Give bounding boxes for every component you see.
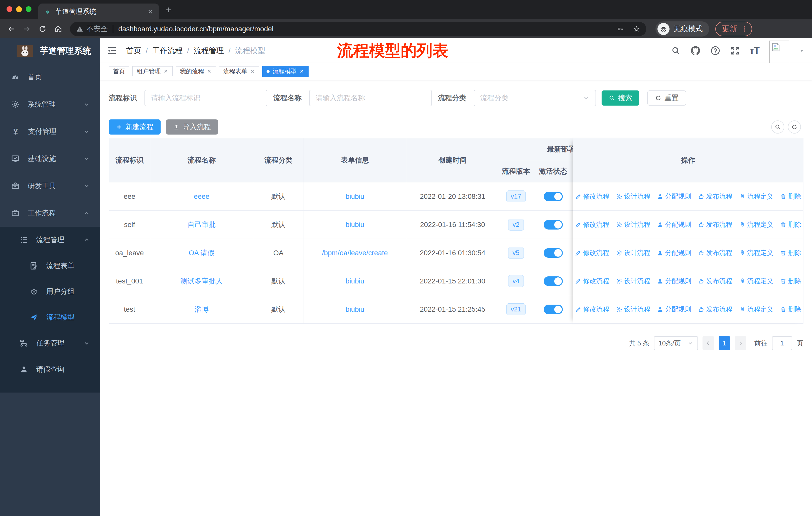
table-cell-form-link[interactable]: biubiu <box>304 183 406 210</box>
action-edit-link[interactable]: 修改流程 <box>575 248 609 257</box>
avatar-caret-icon[interactable] <box>799 48 805 53</box>
sidebar-item-task-mgmt[interactable]: 任务管理 <box>0 330 100 356</box>
sidebar-item-system[interactable]: 系统管理 <box>0 91 100 118</box>
github-icon[interactable] <box>690 45 701 56</box>
cell-form-link[interactable]: biubiu <box>346 277 365 285</box>
action-delete-link[interactable]: 删除 <box>780 248 802 257</box>
table-cell-name-link[interactable]: OA 请假 <box>150 239 253 267</box>
sidebar-item-leave-query[interactable]: 请假查询 <box>0 356 100 382</box>
tag-process-form[interactable]: 流程表单 <box>219 66 259 76</box>
action-edit-link[interactable]: 修改流程 <box>575 192 609 201</box>
import-process-button[interactable]: 导入流程 <box>166 119 218 135</box>
tag-close-icon[interactable] <box>250 69 255 74</box>
sidebar-item-payment[interactable]: ¥支付管理 <box>0 118 100 145</box>
active-status-toggle[interactable] <box>544 305 563 314</box>
tag-process-model[interactable]: 流程模型 <box>262 66 309 77</box>
table-cell-name-link[interactable]: eeee <box>150 183 253 210</box>
new-tab-button[interactable] <box>165 6 172 13</box>
action-edit-link[interactable]: 修改流程 <box>575 220 609 229</box>
action-delete-link[interactable]: 删除 <box>780 220 802 229</box>
tag-home[interactable]: 首页 <box>109 66 129 76</box>
action-assign-link[interactable]: 分配规则 <box>657 192 691 201</box>
table-cell-form-link[interactable]: /bpm/oa/leave/create <box>304 239 406 267</box>
table-cell-name-link[interactable]: 测试多审批人 <box>150 267 253 295</box>
table-cell-form-link[interactable]: biubiu <box>304 211 406 239</box>
tag-close-icon[interactable] <box>163 69 168 74</box>
password-key-icon[interactable] <box>617 25 624 33</box>
action-assign-link[interactable]: 分配规则 <box>657 277 691 286</box>
reload-icon[interactable] <box>38 25 47 33</box>
sidebar-item-devtools[interactable]: 研发工具 <box>0 172 100 199</box>
tag-my-process[interactable]: 我的流程 <box>176 66 216 76</box>
back-icon[interactable] <box>7 25 16 33</box>
action-edit-link[interactable]: 修改流程 <box>575 277 609 286</box>
search-button[interactable]: 搜索 <box>602 90 639 106</box>
action-delete-link[interactable]: 删除 <box>780 192 802 201</box>
cell-form-link[interactable]: /bpm/oa/leave/create <box>322 249 388 257</box>
table-cell-name-link[interactable]: 自己审批 <box>150 211 253 239</box>
cell-name-link[interactable]: 测试多审批人 <box>180 276 223 286</box>
refresh-table-button[interactable] <box>788 120 801 134</box>
breadcrumb-home[interactable]: 首页 <box>126 46 141 56</box>
action-definition-link[interactable]: 流程定义 <box>739 305 774 314</box>
window-close-button[interactable] <box>6 6 12 12</box>
action-delete-link[interactable]: 删除 <box>780 305 802 314</box>
breadcrumb-workflow[interactable]: 工作流程 <box>152 46 182 56</box>
action-definition-link[interactable]: 流程定义 <box>739 248 774 257</box>
cell-form-link[interactable]: biubiu <box>346 305 365 314</box>
app-logo-row[interactable]: 芋道管理系统 <box>0 38 100 63</box>
action-publish-link[interactable]: 发布流程 <box>698 248 732 257</box>
action-publish-link[interactable]: 发布流程 <box>698 192 732 201</box>
hamburger-icon[interactable] <box>107 46 117 56</box>
action-publish-link[interactable]: 发布流程 <box>698 305 732 314</box>
active-status-toggle[interactable] <box>544 192 563 201</box>
fullscreen-icon[interactable] <box>730 46 740 56</box>
action-publish-link[interactable]: 发布流程 <box>698 277 732 286</box>
cell-form-link[interactable]: biubiu <box>346 192 365 200</box>
active-status-toggle[interactable] <box>544 276 563 286</box>
avatar[interactable] <box>769 40 789 65</box>
sidebar-item-home[interactable]: 首页 <box>0 63 100 91</box>
sidebar-item-user-group[interactable]: 用户分组 <box>0 279 100 304</box>
cell-form-link[interactable]: biubiu <box>346 221 365 229</box>
action-delete-link[interactable]: 删除 <box>780 277 802 286</box>
cell-name-link[interactable]: 自己审批 <box>187 220 216 229</box>
window-zoom-button[interactable] <box>26 6 31 12</box>
forward-icon[interactable] <box>23 25 31 33</box>
table-cell-name-link[interactable]: 滔博 <box>150 295 253 323</box>
action-definition-link[interactable]: 流程定义 <box>739 277 774 286</box>
home-icon[interactable] <box>54 25 62 33</box>
cell-name-link[interactable]: eeee <box>194 192 209 200</box>
action-design-link[interactable]: 设计流程 <box>616 192 650 201</box>
sidebar-item-process-mgmt[interactable]: 流程管理 <box>0 227 100 253</box>
active-status-toggle[interactable] <box>544 248 563 258</box>
page-size-select[interactable]: 10条/页 <box>654 336 698 350</box>
page-number-1[interactable]: 1 <box>719 336 730 350</box>
window-minimize-button[interactable] <box>16 6 22 12</box>
browser-menu-icon[interactable] <box>741 25 748 33</box>
filter-key-input[interactable] <box>144 90 267 106</box>
help-icon[interactable] <box>710 46 720 56</box>
reset-button[interactable]: 重置 <box>647 90 686 106</box>
next-page-button[interactable] <box>735 336 746 350</box>
tag-tenant[interactable]: 租户管理 <box>133 66 173 76</box>
tab-close-icon[interactable] <box>147 8 153 15</box>
sidebar-item-workflow[interactable]: 工作流程 <box>0 199 100 227</box>
breadcrumb-process-mgmt[interactable]: 流程管理 <box>194 46 224 56</box>
search-icon[interactable] <box>671 46 680 55</box>
create-process-button[interactable]: 新建流程 <box>109 119 161 135</box>
bookmark-star-icon[interactable] <box>633 25 640 33</box>
action-design-link[interactable]: 设计流程 <box>616 305 650 314</box>
show-search-button[interactable] <box>771 120 784 134</box>
table-cell-form-link[interactable]: biubiu <box>304 295 406 323</box>
browser-tab[interactable]: 芋道管理系统 <box>38 3 159 19</box>
sidebar-item-process-form[interactable]: 流程表单 <box>0 253 100 279</box>
goto-page-input[interactable] <box>772 336 792 350</box>
font-size-icon[interactable]: ᴛT <box>750 45 760 56</box>
cell-name-link[interactable]: 滔博 <box>195 305 209 314</box>
update-button[interactable]: 更新 <box>715 22 752 36</box>
active-status-toggle[interactable] <box>544 220 563 229</box>
action-definition-link[interactable]: 流程定义 <box>739 220 774 229</box>
action-publish-link[interactable]: 发布流程 <box>698 220 732 229</box>
action-design-link[interactable]: 设计流程 <box>616 277 650 286</box>
